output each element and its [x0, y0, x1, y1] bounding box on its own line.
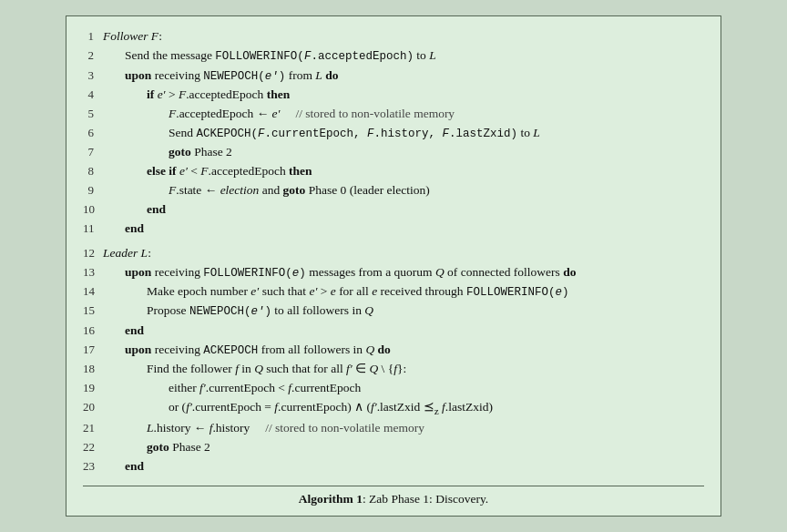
line-number: 1 — [83, 27, 103, 46]
algo-line: 11end — [83, 220, 704, 239]
algo-content: 1Follower F:2Send the message FOLLOWERIN… — [83, 27, 704, 476]
line-number: 23 — [83, 457, 103, 476]
line-text: F.acceptedEpoch ← e′ // stored to non-vo… — [103, 105, 704, 124]
line-number: 4 — [83, 86, 103, 104]
line-text: Leader L: — [103, 244, 704, 263]
line-text: goto Phase 2 — [103, 438, 704, 457]
line-text: end — [103, 220, 704, 239]
line-number: 13 — [83, 263, 103, 281]
line-text: Find the follower f in Q such that for a… — [103, 360, 704, 379]
line-number: 14 — [83, 282, 103, 301]
line-number: 8 — [83, 162, 103, 180]
line-number: 7 — [83, 143, 103, 161]
algo-line: 22goto Phase 2 — [83, 438, 704, 457]
line-number: 2 — [83, 46, 103, 65]
line-number: 15 — [83, 302, 103, 320]
line-text: else if e′ < F.acceptedEpoch then — [103, 162, 704, 181]
algo-line: 23end — [83, 457, 704, 476]
algo-line: 5F.acceptedEpoch ← e′ // stored to non-v… — [83, 105, 704, 124]
line-number: 18 — [83, 360, 103, 378]
algo-line: 9F.state ← election and goto Phase 0 (le… — [83, 181, 704, 200]
algo-line: 3upon receiving NEWEPOCH(e′) from L do — [83, 66, 704, 86]
algo-line: 6Send ACKEPOCH(F.currentEpoch, F.history… — [83, 124, 704, 143]
line-text: goto Phase 2 — [103, 143, 704, 162]
line-text: L.history ← f.history // stored to non-v… — [103, 419, 704, 438]
line-number: 9 — [83, 181, 103, 200]
line-text: end — [103, 200, 704, 220]
algo-line: 15Propose NEWEPOCH(e′) to all followers … — [83, 302, 704, 321]
line-text: Send ACKEPOCH(F.currentEpoch, F.history,… — [103, 124, 704, 143]
line-text: Follower F: — [103, 27, 704, 46]
line-number: 6 — [83, 124, 103, 142]
algo-line: 4if e′ > F.acceptedEpoch then — [83, 86, 704, 105]
line-text: Send the message FOLLOWERINFO(F.accepted… — [103, 46, 704, 66]
line-text: end — [103, 457, 704, 476]
algo-line: 17upon receiving ACKEPOCH from all follo… — [83, 341, 704, 360]
line-number: 3 — [83, 66, 103, 85]
line-number: 21 — [83, 419, 103, 437]
line-number: 10 — [83, 200, 103, 219]
line-text: upon receiving FOLLOWERINFO(e) messages … — [103, 263, 704, 282]
algo-line: 10end — [83, 200, 704, 220]
algo-line: 21L.history ← f.history // stored to non… — [83, 419, 704, 438]
algo-line: 14Make epoch number e′ such that e′ > e … — [83, 282, 704, 302]
line-number: 12 — [83, 244, 103, 262]
algo-line: 12Leader L: — [83, 244, 704, 263]
algo-line: 7goto Phase 2 — [83, 143, 704, 162]
algo-line: 1Follower F: — [83, 27, 704, 46]
line-number: 20 — [83, 398, 103, 416]
line-number: 11 — [83, 220, 103, 238]
line-number: 16 — [83, 322, 103, 340]
line-text: either f′.currentEpoch < f.currentEpoch — [103, 379, 704, 398]
line-text: or (f′.currentEpoch = f.currentEpoch) ∧ … — [103, 398, 704, 419]
line-text: upon receiving NEWEPOCH(e′) from L do — [103, 66, 704, 86]
line-text: upon receiving ACKEPOCH from all followe… — [103, 341, 704, 360]
algo-caption: Algorithm 1: Zab Phase 1: Discovery. — [83, 486, 704, 506]
algo-line: 18Find the follower f in Q such that for… — [83, 360, 704, 379]
line-number: 5 — [83, 105, 103, 123]
line-number: 22 — [83, 438, 103, 456]
line-number: 19 — [83, 379, 103, 397]
algo-line: 13upon receiving FOLLOWERINFO(e) message… — [83, 263, 704, 282]
algo-line: 16end — [83, 322, 704, 341]
line-number: 17 — [83, 341, 103, 359]
algo-line: 2Send the message FOLLOWERINFO(F.accepte… — [83, 46, 704, 66]
algo-line: 8else if e′ < F.acceptedEpoch then — [83, 162, 704, 181]
algo-line: 19either f′.currentEpoch < f.currentEpoc… — [83, 379, 704, 398]
line-text: if e′ > F.acceptedEpoch then — [103, 86, 704, 105]
line-text: Make epoch number e′ such that e′ > e fo… — [103, 282, 704, 302]
line-text: F.state ← election and goto Phase 0 (lea… — [103, 181, 704, 200]
algorithm-box: 1Follower F:2Send the message FOLLOWERIN… — [66, 15, 721, 517]
line-text: Propose NEWEPOCH(e′) to all followers in… — [103, 302, 704, 321]
line-text: end — [103, 322, 704, 341]
algo-line: 20or (f′.currentEpoch = f.currentEpoch) … — [83, 398, 704, 419]
